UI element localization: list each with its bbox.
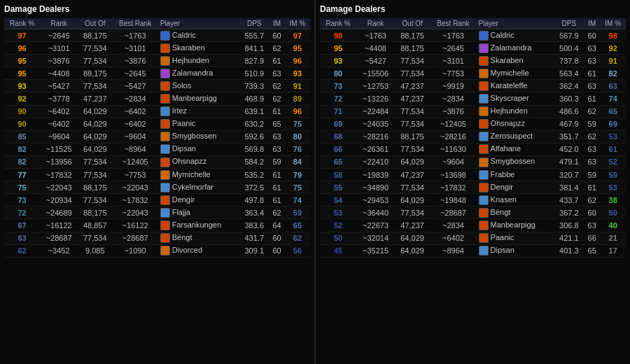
player-name: Smygbossen (491, 157, 536, 165)
player-name: Cykelmorfar (172, 183, 214, 191)
best-rank-cell: ~2645 (113, 67, 158, 80)
table-row: 82~1152564,029~8964Dipsan569.86376 (4, 143, 310, 155)
out-of-cell: 77,534 (78, 80, 113, 92)
im-cell: 63 (584, 80, 600, 92)
rank-pct-cell: 55 (320, 181, 356, 194)
rank-pct-cell: 45 (320, 244, 356, 257)
best-rank-cell: ~1763 (430, 29, 476, 42)
rank-pct-cell: 96 (4, 42, 40, 55)
player-cell: Bëngt (477, 206, 554, 219)
im-pct-cell: 98 (600, 29, 626, 42)
best-rank-cell: ~2834 (113, 92, 158, 105)
table-row: 50~3201464,029~6402Paanic421.16621 (320, 232, 626, 244)
dps-cell: 479.1 (554, 155, 584, 168)
table-row: 85~960464,029~9604Smygbossen592.66380 (4, 130, 310, 143)
best-rank-cell: ~3876 (113, 55, 158, 67)
player-name: Skaraben (172, 43, 205, 52)
rank-pct-cell: 69 (320, 118, 356, 130)
dps-cell: 320.7 (554, 169, 584, 181)
player-icon (160, 144, 170, 154)
im-cell: 60 (269, 244, 285, 257)
table-row: 58~1983947,237~13698Frabbe320.75959 (320, 169, 626, 181)
table-row: 95~440888,175~2645Zalamandra500.46392 (320, 42, 626, 55)
im-pct-cell: 69 (600, 118, 626, 130)
player-name: Skaraben (491, 56, 524, 64)
im-cell: 63 (269, 67, 285, 80)
dps-cell: 431.7 (239, 232, 269, 244)
player-name: Paanic (172, 119, 196, 127)
im-cell: 63 (584, 42, 600, 55)
player-name: Mymichelle (491, 69, 529, 77)
im-cell: 59 (584, 118, 600, 130)
rank-pct-cell: 73 (4, 194, 40, 206)
im-pct-cell: 52 (600, 155, 626, 168)
table-row: 98~176388,175~1763Caldric567.96098 (320, 29, 626, 42)
player-cell: Frabbe (477, 169, 554, 181)
right-table: Rank % Rank Out Of Best Rank Player DPS … (320, 18, 626, 258)
rank-pct-cell: 97 (4, 29, 40, 42)
im-pct-cell: 74 (285, 194, 310, 206)
dps-cell: 306.8 (554, 219, 584, 232)
player-name: Frabbe (491, 170, 515, 178)
im-pct-cell: 63 (600, 80, 626, 92)
rank-cell: ~28216 (356, 130, 395, 143)
player-cell: Dengir (158, 194, 240, 206)
best-rank-cell: ~6402 (113, 105, 158, 118)
dps-cell: 739.3 (239, 80, 269, 92)
rank-cell: ~36440 (356, 206, 395, 219)
out-of-cell: 47,237 (395, 169, 430, 181)
rank-cell: ~5427 (40, 80, 78, 92)
rank-pct-cell: 77 (4, 169, 40, 181)
dps-cell: 351.7 (554, 130, 584, 143)
rank-pct-cell: 65 (320, 155, 356, 168)
im-pct-cell: 40 (600, 219, 626, 232)
out-of-cell: 77,534 (395, 206, 430, 219)
im-cell: 61 (269, 181, 285, 194)
player-icon (479, 183, 489, 192)
table-row: 93~542777,534~5427Solos739.36291 (4, 80, 310, 92)
out-of-cell: 48,857 (78, 219, 113, 232)
player-name: Flajja (172, 208, 190, 216)
table-row: 65~2241064,029~9604Smygbossen479.16352 (320, 155, 626, 168)
im-cell: 62 (269, 42, 285, 55)
best-rank-cell: ~28687 (113, 232, 158, 244)
out-of-cell: 64,029 (395, 155, 430, 168)
player-name: Zalamandra (172, 69, 214, 77)
dps-cell: 383.6 (239, 219, 269, 232)
im-cell: 62 (269, 92, 285, 105)
player-icon (160, 158, 170, 167)
player-cell: Skaraben (158, 42, 240, 55)
rank-cell: ~22484 (356, 105, 395, 118)
rank-pct-cell: 95 (4, 67, 40, 80)
player-cell: Zalamandra (158, 67, 240, 80)
player-name: Hejhunden (491, 106, 528, 115)
rank-pct-cell: 68 (320, 130, 356, 143)
rank-cell: ~35215 (356, 244, 395, 257)
col-impct-left: IM % (285, 18, 310, 29)
dps-cell: 569.8 (239, 143, 269, 155)
dps-cell: 362.4 (554, 80, 584, 92)
dps-cell: 737.8 (554, 55, 584, 67)
table-row: 93~542777,534~3101Skaraben737.86391 (320, 55, 626, 67)
player-name: Dipsan (172, 144, 196, 153)
im-pct-cell: 56 (285, 244, 310, 257)
col-im-left: IM (269, 18, 285, 29)
player-icon (479, 132, 489, 141)
im-pct-cell: 91 (285, 80, 310, 92)
left-table-header: Rank % Rank Out Of Best Rank Player DPS … (4, 18, 310, 29)
im-pct-cell: 59 (600, 169, 626, 181)
col-outof-left: Out Of (78, 18, 113, 29)
table-row: 72~2468988,175~22043Flajja363.46259 (4, 206, 310, 219)
table-row: 90~640264,029~6402Irtez639.16196 (4, 105, 310, 118)
player-name: Bëngt (172, 233, 192, 241)
im-cell: 64 (269, 219, 285, 232)
best-rank-cell: ~19848 (430, 194, 476, 206)
best-rank-cell: ~9919 (430, 80, 476, 92)
player-cell: Skyscraper (477, 92, 554, 105)
player-cell: Manbearpigg (158, 92, 240, 105)
player-cell: Caldric (477, 29, 554, 42)
player-icon (160, 170, 170, 180)
player-icon (160, 208, 170, 218)
player-name: Alfahane (491, 144, 521, 153)
col-dps-left: DPS (239, 18, 269, 29)
